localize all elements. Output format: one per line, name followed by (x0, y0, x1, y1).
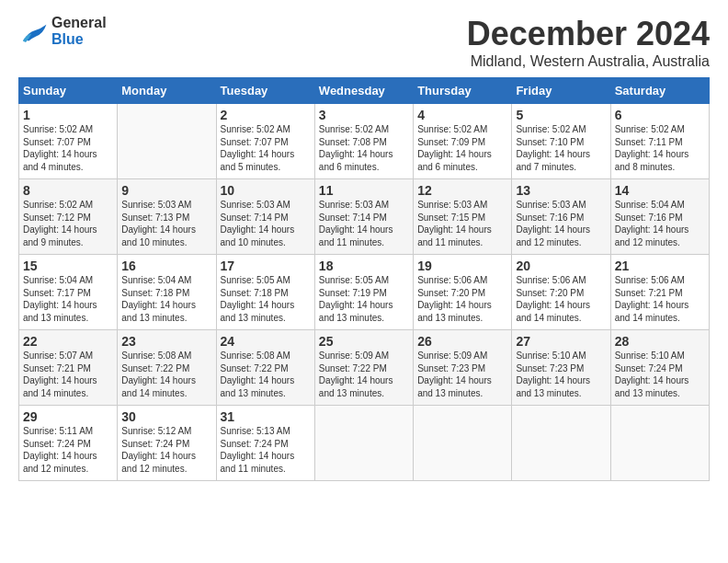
month-title: December 2024 (467, 15, 710, 53)
calendar-week: 22 Sunrise: 5:07 AMSunset: 7:21 PMDaylig… (19, 330, 710, 406)
table-row: 22 Sunrise: 5:07 AMSunset: 7:21 PMDaylig… (19, 330, 118, 406)
day-number: 1 (23, 108, 113, 122)
day-number: 4 (417, 108, 507, 122)
table-row: 23 Sunrise: 5:08 AMSunset: 7:22 PMDaylig… (118, 330, 216, 406)
table-row: 14 Sunrise: 5:04 AMSunset: 7:16 PMDaylig… (610, 179, 709, 255)
col-sunday: Sunday (19, 78, 118, 104)
day-number: 8 (23, 183, 113, 198)
table-row: 27 Sunrise: 5:10 AMSunset: 7:23 PMDaylig… (512, 330, 610, 406)
cell-info: Sunrise: 5:02 AMSunset: 7:11 PMDaylight:… (615, 123, 705, 173)
day-number: 26 (417, 334, 507, 349)
empty-cell (414, 406, 512, 481)
day-number: 10 (221, 183, 311, 198)
cell-info: Sunrise: 5:13 AMSunset: 7:24 PMDaylight:… (221, 425, 311, 475)
day-number: 17 (221, 259, 311, 273)
table-row: 4 Sunrise: 5:02 AMSunset: 7:09 PMDayligh… (414, 104, 512, 179)
table-row: 13 Sunrise: 5:03 AMSunset: 7:16 PMDaylig… (512, 179, 610, 255)
day-number: 31 (221, 409, 311, 424)
table-row: 17 Sunrise: 5:05 AMSunset: 7:18 PMDaylig… (216, 255, 314, 330)
day-number: 21 (615, 259, 705, 273)
day-number: 19 (417, 259, 507, 273)
empty-cell (314, 406, 413, 481)
logo: General Blue (18, 15, 107, 48)
day-number: 22 (23, 334, 113, 349)
calendar-week: 29 Sunrise: 5:11 AMSunset: 7:24 PMDaylig… (19, 406, 710, 481)
day-number: 12 (417, 183, 507, 198)
table-row: 26 Sunrise: 5:09 AMSunset: 7:23 PMDaylig… (414, 330, 512, 406)
cell-info: Sunrise: 5:12 AMSunset: 7:24 PMDaylight:… (121, 425, 211, 475)
cell-info: Sunrise: 5:03 AMSunset: 7:15 PMDaylight:… (417, 199, 507, 248)
empty-cell (118, 104, 216, 179)
day-number: 20 (516, 259, 606, 273)
table-row: 2 Sunrise: 5:02 AMSunset: 7:07 PMDayligh… (216, 104, 314, 179)
title-area: December 2024 Midland, Western Australia… (467, 15, 710, 70)
table-row: 19 Sunrise: 5:06 AMSunset: 7:20 PMDaylig… (414, 255, 512, 330)
cell-info: Sunrise: 5:07 AMSunset: 7:21 PMDaylight:… (23, 350, 113, 399)
calendar-week: 15 Sunrise: 5:04 AMSunset: 7:17 PMDaylig… (19, 255, 710, 330)
day-number: 28 (615, 334, 705, 349)
logo-text: General Blue (51, 15, 107, 48)
day-number: 15 (23, 259, 113, 273)
header: General Blue December 2024 Midland, West… (18, 15, 710, 70)
day-number: 30 (121, 409, 211, 424)
cell-info: Sunrise: 5:08 AMSunset: 7:22 PMDaylight:… (221, 350, 311, 399)
cell-info: Sunrise: 5:08 AMSunset: 7:22 PMDaylight:… (121, 350, 211, 399)
table-row: 3 Sunrise: 5:02 AMSunset: 7:08 PMDayligh… (314, 104, 413, 179)
day-number: 6 (615, 108, 705, 122)
table-row: 18 Sunrise: 5:05 AMSunset: 7:19 PMDaylig… (314, 255, 413, 330)
col-thursday: Thursday (414, 78, 512, 104)
day-number: 25 (319, 334, 409, 349)
cell-info: Sunrise: 5:10 AMSunset: 7:23 PMDaylight:… (516, 350, 606, 399)
cell-info: Sunrise: 5:03 AMSunset: 7:14 PMDaylight:… (319, 199, 409, 248)
cell-info: Sunrise: 5:02 AMSunset: 7:12 PMDaylight:… (23, 199, 113, 248)
cell-info: Sunrise: 5:04 AMSunset: 7:17 PMDaylight:… (23, 274, 113, 324)
logo-icon (18, 18, 48, 44)
table-row: 6 Sunrise: 5:02 AMSunset: 7:11 PMDayligh… (610, 104, 709, 179)
cell-info: Sunrise: 5:04 AMSunset: 7:16 PMDaylight:… (615, 199, 705, 248)
day-number: 14 (615, 183, 705, 198)
table-row: 8 Sunrise: 5:02 AMSunset: 7:12 PMDayligh… (19, 179, 118, 255)
calendar-week: 1 Sunrise: 5:02 AMSunset: 7:07 PMDayligh… (19, 104, 710, 179)
cell-info: Sunrise: 5:06 AMSunset: 7:20 PMDaylight:… (417, 274, 507, 324)
cell-info: Sunrise: 5:06 AMSunset: 7:21 PMDaylight:… (615, 274, 705, 324)
day-number: 27 (516, 334, 606, 349)
empty-cell (610, 406, 709, 481)
cell-info: Sunrise: 5:02 AMSunset: 7:10 PMDaylight:… (516, 123, 606, 173)
day-number: 23 (121, 334, 211, 349)
cell-info: Sunrise: 5:09 AMSunset: 7:23 PMDaylight:… (417, 350, 507, 399)
table-row: 15 Sunrise: 5:04 AMSunset: 7:17 PMDaylig… (19, 255, 118, 330)
cell-info: Sunrise: 5:05 AMSunset: 7:19 PMDaylight:… (319, 274, 409, 324)
day-number: 13 (516, 183, 606, 198)
cell-info: Sunrise: 5:03 AMSunset: 7:16 PMDaylight:… (516, 199, 606, 248)
col-tuesday: Tuesday (216, 78, 314, 104)
day-number: 16 (121, 259, 211, 273)
table-row: 31 Sunrise: 5:13 AMSunset: 7:24 PMDaylig… (216, 406, 314, 481)
col-wednesday: Wednesday (314, 78, 413, 104)
cell-info: Sunrise: 5:03 AMSunset: 7:14 PMDaylight:… (221, 199, 311, 248)
cell-info: Sunrise: 5:04 AMSunset: 7:18 PMDaylight:… (121, 274, 211, 324)
table-row: 21 Sunrise: 5:06 AMSunset: 7:21 PMDaylig… (610, 255, 709, 330)
cell-info: Sunrise: 5:02 AMSunset: 7:07 PMDaylight:… (23, 123, 113, 173)
calendar-table: Sunday Monday Tuesday Wednesday Thursday… (18, 77, 710, 481)
cell-info: Sunrise: 5:10 AMSunset: 7:24 PMDaylight:… (615, 350, 705, 399)
table-row: 1 Sunrise: 5:02 AMSunset: 7:07 PMDayligh… (19, 104, 118, 179)
calendar-week: 8 Sunrise: 5:02 AMSunset: 7:12 PMDayligh… (19, 179, 710, 255)
cell-info: Sunrise: 5:02 AMSunset: 7:09 PMDaylight:… (417, 123, 507, 173)
cell-info: Sunrise: 5:02 AMSunset: 7:08 PMDaylight:… (319, 123, 409, 173)
table-row: 9 Sunrise: 5:03 AMSunset: 7:13 PMDayligh… (118, 179, 216, 255)
empty-cell (512, 406, 610, 481)
table-row: 20 Sunrise: 5:06 AMSunset: 7:20 PMDaylig… (512, 255, 610, 330)
table-row: 29 Sunrise: 5:11 AMSunset: 7:24 PMDaylig… (19, 406, 118, 481)
cell-info: Sunrise: 5:02 AMSunset: 7:07 PMDaylight:… (221, 123, 311, 173)
table-row: 11 Sunrise: 5:03 AMSunset: 7:14 PMDaylig… (314, 179, 413, 255)
day-number: 29 (23, 409, 113, 424)
cell-info: Sunrise: 5:06 AMSunset: 7:20 PMDaylight:… (516, 274, 606, 324)
day-number: 11 (319, 183, 409, 198)
location-title: Midland, Western Australia, Australia (467, 53, 710, 70)
table-row: 12 Sunrise: 5:03 AMSunset: 7:15 PMDaylig… (414, 179, 512, 255)
table-row: 28 Sunrise: 5:10 AMSunset: 7:24 PMDaylig… (610, 330, 709, 406)
cell-info: Sunrise: 5:11 AMSunset: 7:24 PMDaylight:… (23, 425, 113, 475)
cell-info: Sunrise: 5:05 AMSunset: 7:18 PMDaylight:… (221, 274, 311, 324)
table-row: 25 Sunrise: 5:09 AMSunset: 7:22 PMDaylig… (314, 330, 413, 406)
day-number: 2 (221, 108, 311, 122)
